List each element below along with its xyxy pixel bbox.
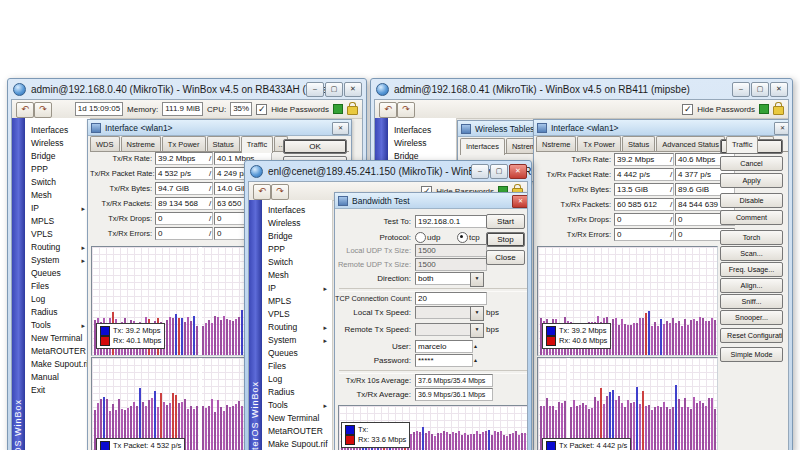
sidebar-item-wireless[interactable]: Wireless [388,137,456,150]
close-icon[interactable]: ✕ [509,164,527,179]
sidebar-item-wireless[interactable]: Wireless [25,137,90,150]
sidebar-item-switch[interactable]: Switch [262,256,332,269]
minimize-icon[interactable]: – [732,82,750,97]
sidebar-item-tools[interactable]: Tools▸ [262,399,332,412]
sidebar-item-system[interactable]: System▸ [262,334,332,347]
direction-dropdown-icon[interactable]: ▼ [470,272,484,287]
sidebar-item-mesh[interactable]: Mesh [25,189,90,202]
sidebar-item-routing[interactable]: Routing▸ [25,241,90,254]
sidebar-item-log[interactable]: Log [25,293,90,306]
stop-button[interactable]: Stop [486,232,525,247]
close-icon[interactable]: ✕ [770,82,788,97]
sidebar-item-radius[interactable]: Radius [25,306,90,319]
sidebar-item-make-supout-rif[interactable]: Make Supout.rif [262,438,332,450]
minimize-icon[interactable]: – [471,164,489,179]
tab-interfaces[interactable]: Interfaces [460,138,505,155]
undo-icon[interactable]: ↶ [379,102,397,118]
sidebar-item-files[interactable]: Files [262,360,332,373]
sidebar-item-radius[interactable]: Radius [262,386,332,399]
sidebar-item-ppp[interactable]: PPP [25,163,90,176]
dialog-close-icon[interactable]: ✕ [332,122,349,135]
user-spin-icon[interactable]: ▴ [474,340,477,353]
apply-button[interactable]: Apply [720,173,783,188]
redo-icon[interactable]: ↷ [397,102,415,118]
tab-traffic[interactable]: Traffic [726,136,758,153]
close-icon[interactable]: ✕ [344,82,362,97]
sidebar-item-mpls[interactable]: MPLS [262,295,332,308]
sidebar-item-bridge[interactable]: Bridge [262,230,332,243]
sidebar-item-ppp[interactable]: PPP [262,243,332,256]
dialog-close-icon[interactable]: ✕ [774,122,789,135]
sidebar-item-new-terminal[interactable]: New Terminal [25,332,90,345]
sidebar-item-new-terminal[interactable]: New Terminal [262,412,332,425]
comment-button[interactable]: Comment [720,210,783,225]
sidebar-item-switch[interactable]: Switch [25,176,90,189]
dialog-titlebar[interactable]: Interface <wlan1> [88,120,351,136]
sidebar-item-vpls[interactable]: VPLS [262,308,332,321]
sidebar-item-make-supout-rif[interactable]: Make Supout.rif [25,358,90,371]
sidebar-item-ip[interactable]: IP▸ [262,282,332,295]
align--button[interactable]: Align... [720,278,783,293]
sidebar-item-ip[interactable]: IP▸ [25,202,90,215]
sidebar-item-interfaces[interactable]: Interfaces [262,204,332,217]
maximize-icon[interactable]: ▢ [751,82,769,97]
ok-button[interactable]: OK [283,139,347,154]
tab-advanced-status[interactable]: Advanced Status [656,136,725,151]
local-tx-dropdown-icon[interactable]: ▼ [470,306,484,321]
sidebar-item-routing[interactable]: Routing▸ [262,321,332,334]
tab-status[interactable]: Status [622,136,655,151]
titlebar[interactable]: admin@192.168.0.41 (MikroTik) - WinBox v… [371,79,792,99]
sidebar-item-vpls[interactable]: VPLS [25,228,90,241]
sidebar-item-wireless[interactable]: Wireless [262,217,332,230]
disable-button[interactable]: Disable [720,193,783,208]
tab-status[interactable]: Status [207,136,240,151]
direction-select[interactable]: both [415,272,473,285]
sniff--button[interactable]: Sniff... [720,294,783,309]
redo-icon[interactable]: ↷ [271,184,289,200]
tab-nstreme[interactable]: Nstreme [536,136,576,151]
dialog-titlebar[interactable]: Interface <wlan1> [534,120,789,136]
tab-tx-power[interactable]: Tx Power [577,136,621,151]
simple-mode-button[interactable]: Simple Mode [720,347,783,362]
start-button[interactable]: Start [486,214,525,229]
reset-configuration-button[interactable]: Reset Configuration [720,328,783,343]
sidebar-item-system[interactable]: System▸ [25,254,90,267]
hide-passwords-checkbox[interactable]: ✓ [682,104,693,115]
protocol-tcp-radio[interactable] [457,232,468,243]
tab-tx-power[interactable]: Tx Power [162,136,206,151]
remote-tx-dropdown-icon[interactable]: ▼ [470,323,484,338]
sidebar-item-queues[interactable]: Queues [25,267,90,280]
interface-wlan1-dialog[interactable]: Interface <wlan1> ✕ NstremeTx PowerStatu… [533,119,789,450]
sidebar-item-metarouter[interactable]: MetaROUTER [25,345,90,358]
sidebar-item-mesh[interactable]: Mesh [262,269,332,282]
minimize-icon[interactable]: – [306,82,324,97]
sidebar-item-files[interactable]: Files [25,280,90,293]
undo-icon[interactable]: ↶ [253,184,271,200]
cancel-button[interactable]: Cancel [720,156,783,171]
protocol-udp-radio[interactable] [415,232,426,243]
sidebar-item-exit[interactable]: Exit [25,384,90,397]
sidebar-item-queues[interactable]: Queues [262,347,332,360]
user-input[interactable]: marcelo [415,340,473,353]
sidebar-item-interfaces[interactable]: Interfaces [388,124,456,137]
undo-icon[interactable]: ↶ [16,102,34,118]
password-spin-icon[interactable]: ▴ [474,354,477,367]
tcp-connection-count-input[interactable]: 20 [415,292,487,305]
tab-nstreme[interactable]: Nstreme [121,136,161,151]
test-to-input[interactable]: 192.168.0.1 [415,215,487,228]
bandwidth-test-dialog[interactable]: Bandwidth Test ✕ Test To: 192.168.0.1 St… [334,192,528,450]
redo-icon[interactable]: ↷ [34,102,52,118]
tab-wds[interactable]: WDS [90,136,120,151]
sidebar-item-interfaces[interactable]: Interfaces [25,124,90,137]
dialog-close-icon[interactable]: ✕ [512,195,528,208]
password-input[interactable]: ***** [415,354,473,367]
snooper--button[interactable]: Snooper... [720,310,783,325]
sidebar-item-bridge[interactable]: Bridge [25,150,90,163]
sidebar-item-tools[interactable]: Tools▸ [25,319,90,332]
scan--button[interactable]: Scan... [720,246,783,261]
dialog-titlebar[interactable]: Bandwidth Test [335,193,528,209]
hide-passwords-checkbox[interactable]: ✓ [256,104,267,115]
sidebar-item-log[interactable]: Log [262,373,332,386]
freq-usage--button[interactable]: Freq. Usage... [720,262,783,277]
sidebar-item-mpls[interactable]: MPLS [25,215,90,228]
